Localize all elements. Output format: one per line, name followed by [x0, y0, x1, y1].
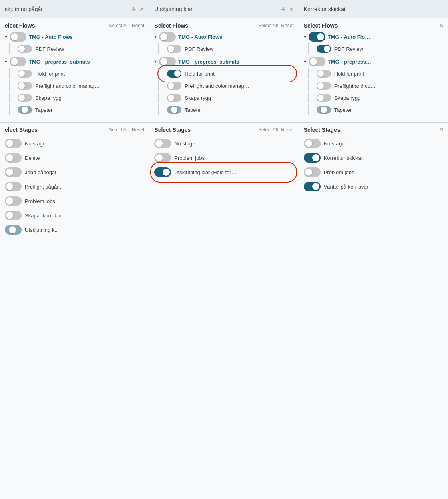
toggle-switch[interactable]: [5, 182, 22, 191]
select-all-stages-link[interactable]: S: [440, 127, 443, 133]
panel-icons: ✛✕: [131, 6, 144, 12]
toggle-switch[interactable]: [317, 70, 331, 78]
reset-flows-link[interactable]: Reset: [132, 23, 144, 28]
toggle-switch[interactable]: [5, 196, 22, 206]
flow-item-name: Hold for print: [334, 71, 364, 77]
toggle-switch[interactable]: [10, 32, 26, 42]
chevron-icon[interactable]: ▾: [5, 59, 7, 64]
toggle-switch[interactable]: [5, 153, 22, 163]
flow-item-name: PDF Review: [35, 46, 64, 52]
select-all-stages-link[interactable]: Select All: [109, 127, 129, 133]
reset-stages-link[interactable]: Reset: [132, 127, 144, 133]
toggle-switch[interactable]: [154, 167, 171, 177]
flow-item-name: Hold for print: [185, 71, 214, 77]
stage-name: No stage: [324, 141, 345, 147]
toggle-switch[interactable]: [5, 167, 22, 177]
toggle-switch[interactable]: [317, 82, 331, 90]
flows-actions: Select AllReset: [109, 23, 145, 28]
flow-item-name: Tapeter: [185, 107, 202, 113]
select-all-flows-link[interactable]: Select All: [258, 23, 278, 28]
chevron-icon[interactable]: ▾: [154, 59, 157, 64]
toggle-switch[interactable]: [10, 57, 26, 66]
toggle-switch[interactable]: [18, 106, 32, 114]
toggle-switch[interactable]: [5, 139, 22, 148]
toggle-switch[interactable]: [309, 57, 325, 66]
flow-group: ▾TMG - Auto FlowsPDF Review: [5, 32, 144, 54]
chevron-icon[interactable]: ▾: [5, 34, 7, 40]
flow-item: Preflight and color manag…: [158, 80, 293, 91]
close-icon[interactable]: ✕: [289, 6, 294, 12]
toggle-switch[interactable]: [5, 211, 22, 220]
toggle-switch[interactable]: [304, 139, 321, 148]
reset-flows-link[interactable]: Reset: [281, 23, 293, 28]
chevron-icon[interactable]: ▾: [304, 34, 306, 40]
panel-body: Select FlowsS▾TMG - Auto Flo…PDF Review▾…: [299, 18, 448, 499]
stage-item: Jobb påbörjat: [5, 165, 144, 179]
stages-section-title: Select Stages: [304, 127, 340, 133]
flows-section-title: elect Flows: [5, 22, 35, 29]
flow-item: Skapa rygg: [9, 92, 144, 103]
toggle-switch[interactable]: [159, 32, 176, 42]
panel-2: Utskjutning klar✛✕Select FlowsSelect All…: [149, 0, 299, 499]
stage-item: No stage: [304, 136, 443, 151]
toggle-switch[interactable]: [5, 225, 22, 235]
flows-section-title: Select Flows: [154, 22, 188, 29]
toggle-switch[interactable]: [159, 57, 176, 66]
stage-name: Väntar på korr-svar: [324, 184, 368, 190]
toggle-switch[interactable]: [317, 45, 331, 53]
flow-group: ▾TMG - Auto Flo…PDF Review: [304, 32, 443, 54]
toggle-switch[interactable]: [18, 82, 32, 90]
toggle-switch[interactable]: [317, 94, 331, 102]
toggle-switch[interactable]: [154, 139, 171, 148]
toggle-switch[interactable]: [167, 45, 181, 53]
flow-item-name: Skapa rygg: [185, 95, 211, 101]
toggle-switch[interactable]: [18, 94, 32, 102]
select-all-flows-link[interactable]: Select All: [109, 23, 129, 28]
move-icon[interactable]: ✛: [131, 6, 136, 12]
flow-group-header: ▾TMG - prepress…: [304, 57, 443, 66]
toggle-switch[interactable]: [18, 45, 32, 53]
flows-section-header: Select FlowsS: [304, 22, 443, 29]
toggle-switch[interactable]: [304, 167, 321, 177]
toggle-switch[interactable]: [167, 94, 181, 102]
toggle-switch[interactable]: [154, 153, 171, 163]
stages-section-title: Select Stages: [154, 127, 191, 133]
toggle-switch[interactable]: [304, 153, 321, 163]
toggle-switch[interactable]: [317, 106, 331, 114]
stage-item: Utskjutning klar (Hold for…: [154, 165, 293, 179]
panel-title: Utskjutning klar: [154, 6, 193, 12]
toggle-switch[interactable]: [304, 182, 321, 191]
toggle-switch[interactable]: [167, 106, 181, 114]
flow-group: ▾TMG - Auto FlowsPDF Review: [154, 32, 293, 54]
flow-group-header: ▾TMG - Auto Flo…: [304, 32, 443, 42]
stage-item: No stage: [154, 136, 293, 151]
flow-item: Preflight and co…: [308, 80, 443, 91]
move-icon[interactable]: ✛: [281, 6, 286, 12]
toggle-switch[interactable]: [309, 32, 325, 42]
reset-stages-link[interactable]: Reset: [281, 127, 293, 133]
panel-1: skjutning pågår✛✕elect FlowsSelect AllRe…: [0, 0, 149, 499]
select-all-flows-link[interactable]: S: [440, 23, 443, 28]
stage-item: Preflight pågår..: [5, 179, 144, 194]
flows-section: elect FlowsSelect AllReset▾TMG - Auto Fl…: [0, 18, 149, 123]
stages-actions: Select AllReset: [258, 127, 294, 133]
flow-item-name: Skapa rygg: [334, 95, 361, 101]
close-icon[interactable]: ✕: [139, 6, 144, 12]
flow-group-name: TMG - Auto Flows: [29, 34, 73, 40]
panel-header: Utskjutning klar✛✕: [149, 0, 298, 18]
stage-name: Problem jobs: [25, 198, 55, 204]
toggle-switch[interactable]: [167, 82, 181, 90]
stage-item: Väntar på korr-svar: [304, 179, 443, 194]
stage-name: Utskjutning klar (Hold for…: [174, 169, 236, 175]
toggle-switch[interactable]: [167, 70, 181, 78]
flow-group-name: TMG - prepress…: [328, 59, 371, 65]
stages-section-header: Select StagesSelect AllReset: [154, 127, 293, 133]
select-all-stages-link[interactable]: Select All: [258, 127, 278, 133]
chevron-icon[interactable]: ▾: [304, 59, 306, 64]
stage-item: Problem jobs: [304, 165, 443, 179]
stages-section: Select StagesSNo stageKorrektur skickatP…: [299, 123, 448, 499]
stage-name: Problem jobs: [324, 169, 354, 175]
chevron-icon[interactable]: ▾: [154, 34, 157, 40]
toggle-switch[interactable]: [18, 70, 32, 78]
flow-item: Hold for print: [308, 68, 443, 79]
